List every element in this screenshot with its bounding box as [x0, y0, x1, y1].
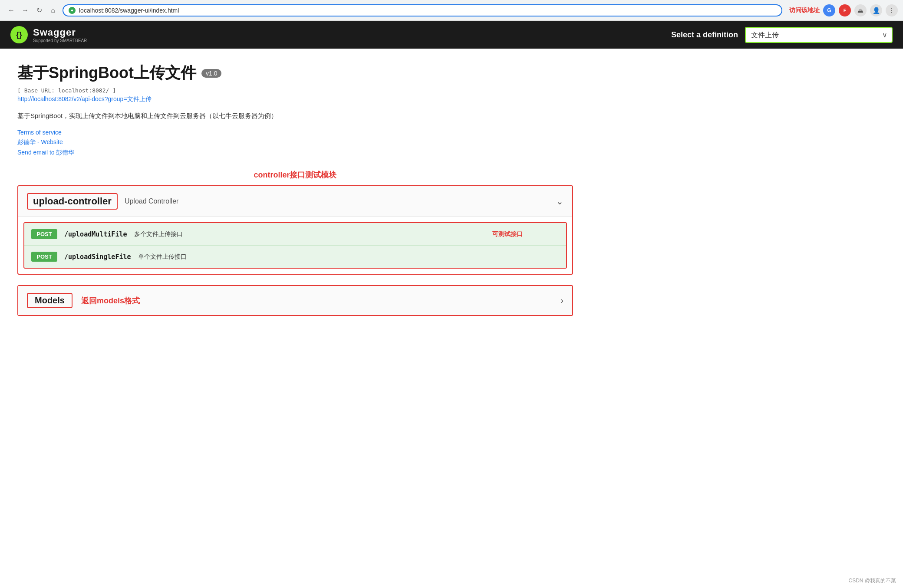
- endpoint-desc-1: 单个文件上传接口: [138, 253, 187, 261]
- endpoint-path-0: /uploadMultiFile: [64, 230, 127, 238]
- controller-header-left: upload-controller Upload Controller: [27, 193, 178, 210]
- controller-module-annotation: controller接口测试模块: [17, 170, 573, 180]
- visit-label: 访问该地址: [789, 7, 820, 14]
- definition-area: Select a definition 文件上传: [671, 27, 893, 43]
- site-security-icon: ●: [69, 7, 76, 14]
- version-badge: v1.0: [201, 69, 221, 78]
- forward-button[interactable]: →: [19, 4, 31, 16]
- profile-button[interactable]: 👤: [870, 4, 882, 16]
- website-link[interactable]: 彭德华 - Website: [17, 138, 573, 146]
- select-definition-label: Select a definition: [671, 30, 738, 39]
- controller-description: Upload Controller: [125, 197, 179, 205]
- terms-of-service-link[interactable]: Terms of service: [17, 129, 573, 136]
- api-title-text: 基于SpringBoot上传文件: [17, 62, 196, 84]
- swagger-logo: {} Swagger Supported by SMARTBEAR: [10, 26, 87, 43]
- models-chevron-icon: ›: [560, 296, 564, 305]
- feedly-button[interactable]: F: [839, 4, 851, 16]
- controller-section: upload-controller Upload Controller ⌄ PO…: [17, 185, 573, 275]
- testable-interface-annotation: 可测试接口: [492, 230, 523, 238]
- url-text: localhost:8082/swagger-ui/index.html: [79, 7, 776, 14]
- swagger-header: {} Swagger Supported by SMARTBEAR Select…: [0, 21, 903, 49]
- extensions-button[interactable]: ⛰: [854, 4, 867, 16]
- models-header-left: Models 返回models格式: [27, 293, 140, 308]
- swagger-app-name: Swagger: [33, 27, 87, 38]
- api-docs-link[interactable]: http://localhost:8082/v2/api-docs?group=…: [17, 95, 573, 103]
- translate-button[interactable]: G: [823, 4, 835, 16]
- swagger-logo-text: Swagger Supported by SMARTBEAR: [33, 27, 87, 43]
- menu-button[interactable]: ⋮: [886, 4, 898, 16]
- base-url: [ Base URL: localhost:8082/ ]: [17, 87, 573, 94]
- nav-buttons: ← → ↻ ⌂: [5, 4, 59, 16]
- definition-select-wrapper[interactable]: 文件上传: [745, 27, 893, 43]
- endpoint-row-1[interactable]: POST /uploadSingleFile 单个文件上传接口: [24, 246, 566, 268]
- method-badge-0: POST: [31, 229, 57, 239]
- endpoints-section: POST /uploadMultiFile 多个文件上传接口 可测试接口 POS…: [23, 222, 567, 269]
- models-format-annotation: 返回models格式: [81, 296, 140, 306]
- models-title: Models: [27, 293, 73, 308]
- models-header[interactable]: Models 返回models格式 ›: [18, 286, 572, 315]
- controller-chevron-icon: ⌄: [556, 196, 564, 207]
- reload-button[interactable]: ↻: [33, 4, 45, 16]
- endpoint-row-0[interactable]: POST /uploadMultiFile 多个文件上传接口 可测试接口: [24, 223, 566, 246]
- swagger-smartbear-label: Supported by SMARTBEAR: [33, 38, 87, 43]
- address-bar[interactable]: ● localhost:8082/swagger-ui/index.html: [63, 4, 782, 16]
- api-title-section: 基于SpringBoot上传文件 v1.0: [17, 62, 573, 84]
- info-links: Terms of service 彭德华 - Website Send emai…: [17, 129, 573, 157]
- endpoint-desc-0: 多个文件上传接口: [134, 230, 183, 238]
- endpoint-path-1: /uploadSingleFile: [64, 253, 131, 261]
- swagger-logo-icon: {}: [10, 26, 28, 43]
- main-content: 基于SpringBoot上传文件 v1.0 [ Base URL: localh…: [0, 49, 590, 340]
- method-badge-1: POST: [31, 252, 57, 262]
- models-section: Models 返回models格式 ›: [17, 285, 573, 316]
- controller-header[interactable]: upload-controller Upload Controller ⌄: [18, 186, 572, 217]
- email-link[interactable]: Send email to 彭德华: [17, 149, 573, 157]
- back-button[interactable]: ←: [5, 4, 17, 16]
- browser-action-buttons: G F ⛰ 👤 ⋮: [823, 4, 898, 16]
- controller-name: upload-controller: [27, 193, 118, 210]
- browser-chrome: ← → ↻ ⌂ ● localhost:8082/swagger-ui/inde…: [0, 0, 903, 21]
- definition-select[interactable]: 文件上传: [745, 27, 893, 43]
- home-button[interactable]: ⌂: [47, 4, 59, 16]
- api-description: 基于SpringBoot，实现上传文件到本地电脑和上传文件到云服务器（以七牛云服…: [17, 112, 573, 120]
